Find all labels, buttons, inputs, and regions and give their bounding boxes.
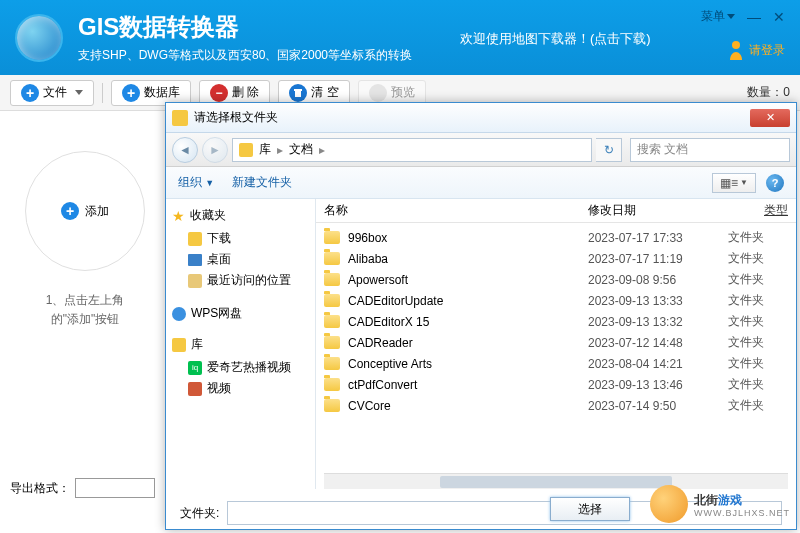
file-type: 文件夹 xyxy=(728,355,788,372)
folder-icon xyxy=(324,378,340,391)
folder-label: 文件夹: xyxy=(180,505,219,522)
file-date: 2023-07-14 9:50 xyxy=(588,399,728,413)
file-date: 2023-07-17 17:33 xyxy=(588,231,728,245)
tree-favorites[interactable]: ★收藏夹 xyxy=(172,207,309,224)
app-logo-globe-icon xyxy=(15,14,63,62)
file-name: ctPdfConvert xyxy=(348,378,588,392)
select-folder-button[interactable]: 选择 xyxy=(550,497,630,521)
add-label: 添加 xyxy=(85,203,109,220)
app-subtitle: 支持SHP、DWG等格式以及西安80、国家2000等坐标系的转换 xyxy=(78,47,412,64)
col-type[interactable]: 类型 xyxy=(728,202,788,219)
tree-downloads[interactable]: 下载 xyxy=(172,228,309,249)
file-row[interactable]: CADEditorX 152023-09-13 13:32文件夹 xyxy=(316,311,796,332)
back-button[interactable]: ◄ xyxy=(172,137,198,163)
organize-menu[interactable]: 组织 ▼ xyxy=(178,174,214,191)
desktop-icon xyxy=(188,254,202,266)
scrollbar-thumb[interactable] xyxy=(440,476,672,488)
folder-icon xyxy=(324,399,340,412)
col-name[interactable]: 名称 xyxy=(324,202,588,219)
dialog-close-button[interactable]: ✕ xyxy=(750,109,790,127)
app-title-block: GIS数据转换器 支持SHP、DWG等格式以及西安80、国家2000等坐标系的转… xyxy=(78,11,412,64)
recent-icon xyxy=(188,274,202,288)
breadcrumb-docs[interactable]: 文档 xyxy=(289,141,313,158)
chevron-right-icon: ▸ xyxy=(277,143,283,157)
nav-row: ◄ ► 库 ▸ 文档 ▸ ↻ 搜索 文档 xyxy=(166,133,796,167)
tree-desktop[interactable]: 桌面 xyxy=(172,249,309,270)
new-folder-button[interactable]: 新建文件夹 xyxy=(232,174,292,191)
file-button[interactable]: +文件 xyxy=(10,80,94,106)
tree-library[interactable]: 库 xyxy=(172,336,309,353)
add-button[interactable]: + 添加 xyxy=(25,151,145,271)
file-name: CADEditorUpdate xyxy=(348,294,588,308)
address-bar[interactable]: 库 ▸ 文档 ▸ xyxy=(232,138,592,162)
tree-wps[interactable]: WPS网盘 xyxy=(172,305,309,322)
menu-dropdown[interactable]: 菜单 xyxy=(701,8,735,25)
count-label: 数量：0 xyxy=(747,84,790,101)
chevron-down-icon xyxy=(75,90,83,95)
dialog-titlebar[interactable]: 请选择根文件夹 ✕ xyxy=(166,103,796,133)
window-controls: 菜单 — ✕ xyxy=(701,8,785,25)
forward-button[interactable]: ► xyxy=(202,137,228,163)
file-name: CVCore xyxy=(348,399,588,413)
tree-recent[interactable]: 最近访问的位置 xyxy=(172,270,309,291)
video-icon xyxy=(188,382,202,396)
folder-icon xyxy=(324,357,340,370)
file-name: Conceptive Arts xyxy=(348,357,588,371)
cloud-icon xyxy=(172,307,186,321)
file-date: 2023-09-08 9:56 xyxy=(588,273,728,287)
tree-iqiyi[interactable]: iq爱奇艺热播视频 xyxy=(172,357,309,378)
file-type: 文件夹 xyxy=(728,313,788,330)
help-button[interactable]: ? xyxy=(766,174,784,192)
watermark: 北街游戏 WWW.BJLHXS.NET xyxy=(650,485,790,523)
file-type: 文件夹 xyxy=(728,292,788,309)
tree-video[interactable]: 视频 xyxy=(172,378,309,399)
col-date[interactable]: 修改日期 xyxy=(588,202,728,219)
file-row[interactable]: Alibaba2023-07-17 11:19文件夹 xyxy=(316,248,796,269)
file-row[interactable]: Conceptive Arts2023-08-04 14:21文件夹 xyxy=(316,353,796,374)
file-name: 996box xyxy=(348,231,588,245)
file-row[interactable]: CADReader2023-07-12 14:48文件夹 xyxy=(316,332,796,353)
person-icon xyxy=(728,40,744,60)
plus-icon: + xyxy=(61,202,79,220)
file-row[interactable]: 996box2023-07-17 17:33文件夹 xyxy=(316,227,796,248)
folder-icon xyxy=(324,252,340,265)
folder-icon xyxy=(324,294,340,307)
divider xyxy=(102,83,103,103)
breadcrumb-lib[interactable]: 库 xyxy=(259,141,271,158)
file-name: Apowersoft xyxy=(348,273,588,287)
file-type: 文件夹 xyxy=(728,397,788,414)
login-button[interactable]: 请登录 xyxy=(728,40,785,60)
file-row[interactable]: ctPdfConvert2023-09-13 13:46文件夹 xyxy=(316,374,796,395)
export-format-input[interactable] xyxy=(75,478,155,498)
view-mode-button[interactable]: ▦≡▼ xyxy=(712,173,756,193)
file-date: 2023-09-13 13:33 xyxy=(588,294,728,308)
file-row[interactable]: CADEditorUpdate2023-09-13 13:33文件夹 xyxy=(316,290,796,311)
chevron-right-icon: ▸ xyxy=(319,143,325,157)
tree-panel: ★收藏夹 下载 桌面 最近访问的位置 WPS网盘 库 iq爱奇艺热播视频 视频 xyxy=(166,199,316,489)
file-panel: 名称 修改日期 类型 996box2023-07-17 17:33文件夹Alib… xyxy=(316,199,796,489)
file-row[interactable]: CVCore2023-07-14 9:50文件夹 xyxy=(316,395,796,416)
file-date: 2023-08-04 14:21 xyxy=(588,357,728,371)
file-row[interactable]: Apowersoft2023-09-08 9:56文件夹 xyxy=(316,269,796,290)
column-headers: 名称 修改日期 类型 xyxy=(316,199,796,223)
eye-icon xyxy=(369,84,387,102)
file-date: 2023-09-13 13:46 xyxy=(588,378,728,392)
svg-point-0 xyxy=(732,41,740,49)
plus-icon: + xyxy=(21,84,39,102)
folder-icon xyxy=(324,315,340,328)
file-date: 2023-07-17 11:19 xyxy=(588,252,728,266)
search-input[interactable]: 搜索 文档 xyxy=(630,138,790,162)
promo-link[interactable]: 欢迎使用地图下载器！(点击下载) xyxy=(460,30,651,48)
file-name: Alibaba xyxy=(348,252,588,266)
file-type: 文件夹 xyxy=(728,229,788,246)
file-name: CADReader xyxy=(348,336,588,350)
download-icon xyxy=(188,232,202,246)
minimize-button[interactable]: — xyxy=(747,9,761,25)
iqiyi-icon: iq xyxy=(188,361,202,375)
file-type: 文件夹 xyxy=(728,250,788,267)
close-button[interactable]: ✕ xyxy=(773,9,785,25)
app-title: GIS数据转换器 xyxy=(78,11,412,43)
refresh-button[interactable]: ↻ xyxy=(596,138,622,162)
folder-icon xyxy=(324,336,340,349)
export-format-row: 导出格式： xyxy=(10,478,155,498)
